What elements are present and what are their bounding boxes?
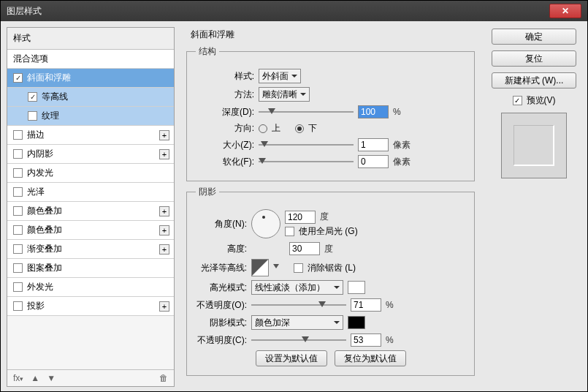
add-icon[interactable]: + — [159, 206, 169, 216]
shadow-mode-select[interactable]: 颜色加深 — [251, 315, 343, 330]
style-select[interactable]: 外斜面 — [259, 69, 301, 83]
style-label: 渐变叠加 — [27, 243, 62, 255]
dir-down-radio[interactable] — [295, 124, 304, 133]
highlight-opacity-slider[interactable] — [251, 300, 346, 310]
style-checkbox[interactable] — [13, 282, 23, 292]
size-slider[interactable] — [259, 140, 354, 150]
add-icon[interactable]: + — [159, 149, 169, 159]
style-item-5[interactable]: 内发光 — [7, 164, 174, 183]
altitude-label: 高度: — [196, 243, 247, 255]
style-label: 颜色叠加 — [27, 224, 62, 236]
trash-icon[interactable]: 🗑 — [159, 373, 168, 383]
reset-default-button[interactable]: 复位为默认值 — [335, 350, 406, 366]
depth-slider[interactable] — [259, 107, 354, 117]
style-label: 投影 — [27, 300, 45, 312]
highlight-opacity-input[interactable] — [351, 298, 381, 312]
fx-icon[interactable]: fx▾ — [13, 373, 23, 383]
shading-group: 阴影 角度(N): 度 使用全局光 (G) 高度: 度 光泽等高线: — [186, 186, 475, 376]
angle-control[interactable] — [251, 209, 280, 238]
preview-checkbox[interactable] — [513, 96, 522, 105]
size-input[interactable] — [358, 138, 389, 151]
add-icon[interactable]: + — [159, 244, 169, 255]
shadow-opacity-label: 不透明度(C): — [196, 334, 247, 347]
shadow-color-swatch[interactable] — [348, 316, 365, 329]
style-item-2[interactable]: 纹理 — [7, 107, 174, 126]
highlight-opacity-label: 不透明度(O): — [196, 299, 247, 312]
depth-label: 深度(D): — [196, 106, 254, 118]
style-label: 外发光 — [27, 281, 53, 293]
style-checkbox[interactable] — [13, 206, 23, 216]
cancel-button[interactable]: 复位 — [492, 50, 576, 67]
dir-up-radio[interactable] — [259, 124, 267, 133]
ok-button[interactable]: 确定 — [492, 29, 576, 45]
style-label: 纹理 — [42, 110, 59, 122]
style-label: 图案叠加 — [27, 262, 62, 274]
set-default-button[interactable]: 设置为默认值 — [256, 350, 327, 366]
style-item-0[interactable]: 斜面和浮雕 — [7, 69, 174, 88]
blend-options-label: 混合选项 — [13, 53, 48, 65]
add-icon[interactable]: + — [159, 225, 169, 235]
style-item-6[interactable]: 光泽 — [7, 183, 174, 202]
style-label: 斜面和浮雕 — [27, 72, 71, 84]
soften-input[interactable] — [358, 155, 389, 168]
style-checkbox[interactable] — [13, 168, 23, 178]
style-item-3[interactable]: 描边+ — [7, 126, 174, 145]
altitude-input[interactable] — [289, 242, 320, 255]
titlebar[interactable]: 图层样式 ✕ — [1, 1, 587, 21]
style-checkbox[interactable] — [28, 111, 37, 121]
highlight-color-swatch[interactable] — [348, 281, 365, 294]
move-up-icon[interactable]: ▲ — [31, 373, 39, 383]
style-item-7[interactable]: 颜色叠加+ — [7, 202, 174, 221]
styles-list: 样式 混合选项 斜面和浮雕等高线纹理描边+内阴影+内发光光泽颜色叠加+颜色叠加+… — [7, 27, 175, 387]
angle-input[interactable] — [285, 211, 316, 224]
close-button[interactable]: ✕ — [549, 4, 581, 18]
dir-down-label: 下 — [308, 122, 317, 135]
preview-swatch — [513, 125, 554, 166]
global-light-label: 使用全局光 (G) — [299, 225, 358, 238]
style-checkbox[interactable] — [13, 301, 23, 311]
style-checkbox[interactable] — [13, 149, 23, 159]
soften-slider[interactable] — [259, 157, 354, 167]
style-label: 内发光 — [27, 167, 53, 179]
structure-legend: 结构 — [196, 45, 219, 58]
style-item-10[interactable]: 图案叠加 — [7, 259, 174, 278]
style-label: 光泽 — [27, 186, 45, 198]
move-down-icon[interactable]: ▼ — [47, 373, 56, 383]
style-checkbox[interactable] — [13, 244, 23, 254]
style-checkbox[interactable] — [13, 187, 23, 197]
highlight-mode-select[interactable]: 线性减淡（添加） — [251, 280, 343, 295]
pct-unit2: % — [386, 300, 394, 310]
blend-options-row[interactable]: 混合选项 — [7, 50, 174, 69]
deg-unit2: 度 — [324, 243, 333, 255]
style-checkbox[interactable] — [13, 73, 23, 83]
settings-panel: 斜面和浮雕 结构 样式: 外斜面 方法: 雕刻清晰 深度(D): % 方向: 上… — [179, 27, 482, 387]
style-item-1[interactable]: 等高线 — [7, 88, 174, 107]
style-label: 内阴影 — [27, 148, 53, 160]
add-icon[interactable]: + — [159, 301, 169, 312]
style-checkbox[interactable] — [28, 92, 37, 102]
style-checkbox[interactable] — [13, 130, 23, 140]
style-item-11[interactable]: 外发光 — [7, 278, 174, 297]
style-item-8[interactable]: 颜色叠加+ — [7, 221, 174, 240]
styles-footer: fx▾ ▲ ▼ 🗑 — [7, 369, 174, 386]
chevron-down-icon[interactable] — [273, 264, 279, 271]
style-item-12[interactable]: 投影+ — [7, 297, 174, 316]
new-style-button[interactable]: 新建样式 (W)... — [492, 72, 576, 88]
shadow-opacity-input[interactable] — [351, 333, 381, 347]
antialias-checkbox[interactable] — [294, 263, 303, 273]
antialias-label: 消除锯齿 (L) — [308, 262, 356, 274]
global-light-checkbox[interactable] — [285, 227, 294, 236]
shadow-opacity-slider[interactable] — [251, 335, 346, 345]
style-label: 等高线 — [42, 91, 68, 103]
method-select[interactable]: 雕刻清晰 — [259, 87, 310, 102]
style-item-9[interactable]: 渐变叠加+ — [7, 240, 174, 259]
add-icon[interactable]: + — [159, 130, 169, 140]
soften-label: 软化(F): — [196, 156, 254, 168]
layer-style-dialog: 图层样式 ✕ 样式 混合选项 斜面和浮雕等高线纹理描边+内阴影+内发光光泽颜色叠… — [0, 0, 588, 392]
depth-input[interactable] — [358, 105, 389, 118]
gloss-contour[interactable] — [251, 259, 269, 276]
style-checkbox[interactable] — [13, 263, 23, 273]
style-checkbox[interactable] — [13, 225, 23, 235]
style-item-4[interactable]: 内阴影+ — [7, 145, 174, 164]
styles-header: 样式 — [7, 28, 174, 50]
